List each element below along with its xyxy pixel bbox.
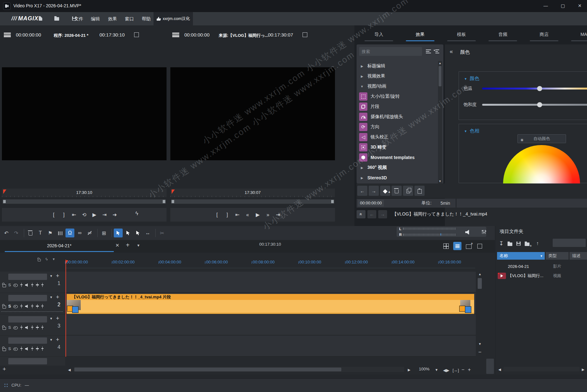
fade-handle-orange[interactable] [459,306,465,312]
prev-keyframe-icon[interactable]: ← [357,186,367,196]
tab-dropdown-icon[interactable]: ▼ [137,243,140,247]
search-input[interactable] [359,47,422,56]
lock-icon[interactable] [3,348,6,351]
orientation-item[interactable]: ⟳ 方向 [357,122,438,132]
effect-category-item[interactable]: ▶ 视频效果 [357,71,438,81]
scrub-end-handle[interactable] [163,200,165,203]
title-tool-icon[interactable]: T [36,229,45,237]
insert-object-icon[interactable]: ⊞ [99,229,108,237]
zoom-level[interactable]: 100% [419,367,429,371]
media-pool-tab[interactable]: 效果 [399,29,441,43]
solo-toggle[interactable]: S [8,325,11,330]
paste-icon[interactable] [414,186,425,196]
scrollbar-thumb[interactable] [74,368,341,371]
mute-icon[interactable] [25,305,29,308]
playhead[interactable] [65,260,66,357]
media-pool-tab[interactable]: 音频 [482,29,523,43]
all-tracks-mouse-icon[interactable] [133,229,142,237]
program-duration[interactable]: 00:17:30:10 [99,32,125,37]
localization-patch-item[interactable]: xxrjm.com汉化 [154,12,193,25]
next-frame-icon[interactable]: » [264,211,271,218]
media-pool-tab[interactable]: 导入 [358,29,399,43]
import-icon[interactable]: ↧ [499,240,503,247]
scroll-left-icon[interactable]: ◀ [498,368,501,372]
color-section-title[interactable]: ▼颜色 [464,76,479,82]
movement-templates-item[interactable]: Movement templates [357,152,438,163]
fullscreen-icon[interactable] [303,32,307,37]
single-object-mouse-icon[interactable] [124,229,133,237]
scroll-down-icon[interactable]: ▼ [438,180,442,183]
pan-fader-icon[interactable] [36,325,39,329]
group-icon[interactable]: ∞ [75,229,84,237]
scroll-down-icon[interactable]: ▼ [476,342,483,346]
play-icon[interactable]: ▶ [254,211,261,218]
clip-title-bar[interactable]: 【VLOG】福岡行ってきました！！_4_tvai.mp4 片段 [67,294,474,300]
column-type[interactable]: 类型 [546,252,569,260]
effects-scrollbar[interactable]: ▲ ▼ [438,61,442,183]
zoom-out-icon[interactable]: − [461,367,464,373]
media-pool-tab[interactable]: 商店 [523,29,565,43]
copy-icon[interactable] [403,186,413,196]
collapse-panel-icon[interactable]: « [357,210,365,218]
mute-icon[interactable] [25,326,29,329]
audio-fader-icon[interactable] [31,325,34,329]
mixer-icon[interactable] [482,230,486,234]
mark-in-icon[interactable]: [ [50,211,57,218]
track-name-field[interactable] [8,337,47,344]
marker-icon[interactable]: ⚑ [46,229,55,237]
curve-fader-icon[interactable] [41,283,44,287]
vertical-zoom-out-icon[interactable]: − [476,349,483,355]
curve-fader-icon[interactable] [41,325,44,329]
open-folder-icon[interactable] [508,243,512,246]
chevron-down-icon[interactable]: ▼ [50,317,53,320]
timeline-view-icon[interactable] [453,242,461,250]
list-view-icon[interactable] [426,50,431,53]
lens-correction-item[interactable]: ◁ 镜头校正 [357,132,438,142]
timeline-ruler[interactable]: 00:00:00:0000:02:00:0000:04:00:0000:06:0… [65,260,475,268]
project-hscrollbar[interactable]: ◀ ▶ [496,366,587,374]
chevron-down-icon[interactable]: ▼ [52,257,55,261]
2026-04-21[interactable]: 2026-04-21 影片 [497,262,587,271]
monitor-menu-icon[interactable] [172,33,179,37]
lock-icon[interactable] [3,284,6,287]
hue-section-title[interactable]: ▼色相 [464,128,479,134]
curve-fader-icon[interactable] [41,347,44,351]
lock-icon[interactable] [3,306,6,309]
video-fader-icon[interactable] [20,347,23,351]
monitor-menu-icon[interactable] [4,33,11,37]
mark-out-icon[interactable]: ] [60,211,67,218]
visibility-icon[interactable] [13,284,18,287]
jump-end-icon[interactable]: ⇥ [101,211,108,218]
jump-start-icon[interactable]: ⇤ [234,211,241,218]
saturation-slider-thumb[interactable] [537,102,542,107]
pan-fader-icon[interactable] [36,347,39,351]
playhead-flag[interactable] [65,260,68,264]
add-track-button[interactable]: + [56,273,59,279]
effect-category-item[interactable]: ▼ 视图/动画 [357,81,438,91]
track-name-field[interactable] [8,295,47,301]
video-fader-icon[interactable] [20,283,23,287]
preview-view-icon[interactable] [475,242,484,250]
audio-fader-icon[interactable] [31,347,34,351]
mark-in-icon[interactable]: [ [214,211,221,218]
storyboard-view-icon[interactable] [442,242,450,250]
timeline-vscrollbar[interactable]: ▲ ▼ − [476,272,483,357]
open-project-icon[interactable] [54,17,59,21]
split-icon[interactable]: ✂ [158,229,167,237]
source-scrub-bar[interactable] [171,199,334,204]
lightning-icon[interactable]: ϟ [45,257,48,262]
jump-start-icon[interactable]: ⇤ [71,211,78,218]
pan-fader-icon[interactable] [36,304,39,308]
snap-magnet-icon[interactable]: Ω [65,229,74,237]
audio-fader-icon[interactable] [31,283,34,287]
auto-color-button[interactable]: ✳ 自动颜色 [517,134,566,143]
video-fader-icon[interactable] [20,304,23,308]
length-handle-blue[interactable] [72,306,78,313]
ungroup-icon[interactable]: ∞ [85,229,94,237]
next-keyframe-icon[interactable]: → [369,186,379,196]
undo-icon[interactable]: ↶ [2,229,11,237]
menu-help[interactable]: 帮助 [140,12,153,25]
scrub-start-handle[interactable] [3,200,6,203]
delete-icon[interactable] [26,229,35,237]
mark-out-icon[interactable]: ] [224,211,231,218]
